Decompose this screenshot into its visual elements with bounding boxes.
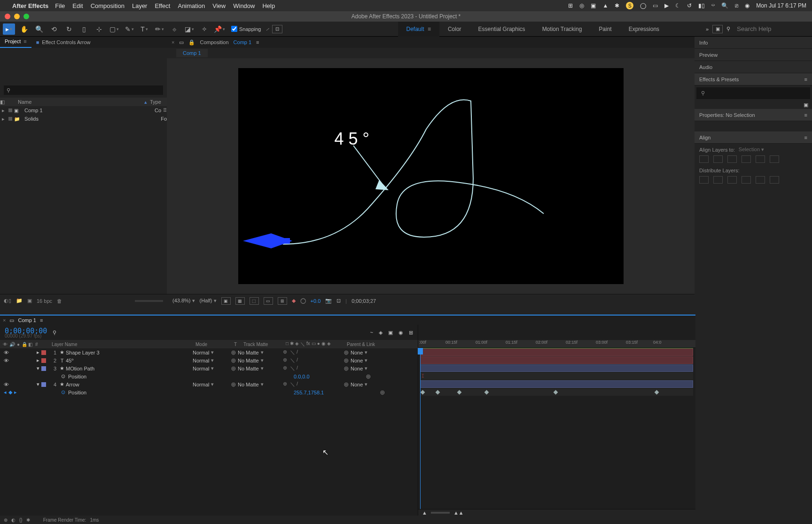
- resolution-dropdown[interactable]: (Half) ▾: [200, 298, 217, 304]
- time-machine-icon[interactable]: ↺: [687, 2, 692, 9]
- status-icon[interactable]: ▶: [664, 2, 669, 9]
- prev-keyframe-icon[interactable]: ◂: [4, 389, 7, 395]
- tab-options-icon[interactable]: ▭: [179, 39, 184, 46]
- project-tab[interactable]: Project≡: [0, 37, 31, 48]
- search-help-input[interactable]: [734, 24, 809, 34]
- toggle-icon[interactable]: ✱: [26, 517, 30, 523]
- name-column[interactable]: Name: [15, 99, 144, 105]
- tab-options-icon[interactable]: ▭: [9, 317, 14, 324]
- lock-column-icon[interactable]: 🔒: [22, 342, 27, 347]
- blend-mode-dropdown[interactable]: Normal▾: [193, 365, 231, 371]
- blend-mode-dropdown[interactable]: Normal▾: [193, 381, 231, 387]
- comp-subtab[interactable]: Comp 1: [176, 49, 208, 57]
- zoom-dropdown[interactable]: (43.8%) ▾: [172, 298, 195, 304]
- zoom-tool-icon[interactable]: 🔍: [33, 23, 45, 35]
- camera-tool-icon[interactable]: ▯: [78, 23, 90, 35]
- stopwatch-icon[interactable]: ⊙: [61, 373, 65, 379]
- track-matte-dropdown[interactable]: ◎ No Matte▾: [231, 381, 283, 387]
- add-keyframe-icon[interactable]: ◆: [8, 389, 12, 395]
- toggle-switches-icon[interactable]: ⊕: [4, 517, 8, 523]
- status-icon[interactable]: ▣: [591, 2, 596, 9]
- timeline-search-icon[interactable]: ⚲: [53, 330, 56, 336]
- eraser-tool-icon[interactable]: ◪▾: [183, 23, 195, 35]
- video-column-icon[interactable]: 👁: [3, 342, 8, 347]
- menu-animation[interactable]: Animation: [178, 2, 205, 9]
- text-tool-icon[interactable]: T▾: [138, 23, 150, 35]
- workspace-paint[interactable]: Paint: [590, 22, 620, 37]
- effects-presets-header[interactable]: Effects & Presets≡: [695, 73, 812, 85]
- show-snapshot-icon[interactable]: ⊡: [336, 298, 341, 304]
- visibility-toggle[interactable]: 👁: [3, 350, 9, 355]
- status-icon[interactable]: ◯: [640, 2, 646, 9]
- close-tab-icon[interactable]: ×: [172, 39, 174, 45]
- frame-blend-icon[interactable]: ▣: [388, 330, 393, 336]
- exposure-value[interactable]: +0.0: [311, 298, 321, 304]
- control-center-icon[interactable]: ⎚: [735, 2, 738, 9]
- audio-panel-header[interactable]: Audio: [695, 61, 812, 73]
- composition-viewer[interactable]: 45°: [167, 58, 695, 294]
- track-matte-dropdown[interactable]: ◎ No Matte▾: [231, 365, 283, 371]
- dist-icon[interactable]: [770, 176, 779, 184]
- solo-column-icon[interactable]: ●: [17, 342, 20, 347]
- wifi-icon[interactable]: ⌔: [711, 2, 715, 9]
- mode-column[interactable]: Mode: [195, 342, 234, 347]
- label-icon[interactable]: ⠿: [163, 108, 167, 114]
- shape-tool-icon[interactable]: ▢▾: [108, 23, 120, 35]
- orbit-tool-icon[interactable]: ⟲: [48, 23, 60, 35]
- review-icon[interactable]: ▣: [712, 25, 723, 33]
- layer-bar[interactable]: [420, 356, 693, 364]
- playhead[interactable]: [420, 348, 421, 509]
- track-matte-column[interactable]: Track Matte: [243, 342, 286, 347]
- keyframe-icon[interactable]: [436, 390, 440, 395]
- menu-layer[interactable]: Layer: [132, 2, 148, 9]
- track-matte-dropdown[interactable]: ◎ No Matte▾: [231, 349, 283, 355]
- layer-row[interactable]: 👁▸ 1 ★ Shape Layer 3 Normal▾ ◎ No Matte▾…: [0, 348, 418, 356]
- status-icon[interactable]: ▭: [653, 2, 658, 9]
- workspace-motion-tracking[interactable]: Motion Tracking: [534, 22, 591, 37]
- toggle-icon[interactable]: {}: [19, 517, 23, 523]
- new-bin-icon[interactable]: ▣: [695, 101, 812, 109]
- position-value[interactable]: 255.7,1758.1: [294, 390, 324, 395]
- clone-tool-icon[interactable]: ⟐: [168, 23, 180, 35]
- zoom-slider[interactable]: [431, 512, 450, 514]
- interpret-icon[interactable]: ◐▯: [4, 298, 11, 304]
- audio-column-icon[interactable]: 🔊: [9, 342, 15, 347]
- tag-column-icon[interactable]: ◧: [0, 99, 15, 105]
- fast-preview-icon[interactable]: ▣: [221, 297, 231, 305]
- zoom-out-icon[interactable]: ▲: [422, 510, 427, 516]
- layer-name-column[interactable]: Layer Name: [52, 342, 195, 347]
- overflow-icon[interactable]: »: [706, 26, 709, 32]
- brush-tool-icon[interactable]: ✏▾: [153, 23, 165, 35]
- dist-icon[interactable]: [756, 176, 765, 184]
- dist-icon[interactable]: [713, 176, 723, 184]
- layer-bar[interactable]: [420, 380, 693, 388]
- pen-tool-icon[interactable]: ✎▾: [123, 23, 135, 35]
- dist-icon[interactable]: [699, 176, 709, 184]
- preview-time[interactable]: 0;00;03;27: [351, 298, 376, 304]
- keyframe-icon[interactable]: [484, 390, 489, 395]
- battery-icon[interactable]: ▮▯: [698, 2, 705, 9]
- layer-name[interactable]: Arrow: [66, 382, 193, 387]
- layer-name[interactable]: MOtion Path: [66, 366, 193, 371]
- parent-dropdown[interactable]: ◎ None▾: [344, 349, 398, 355]
- snap-option-icon[interactable]: ⊡: [272, 25, 282, 33]
- parent-dropdown[interactable]: ◎ None▾: [344, 357, 398, 363]
- rotobrush-tool-icon[interactable]: ✧: [198, 23, 211, 35]
- label-swatch[interactable]: [41, 382, 46, 387]
- project-search[interactable]: ⚲: [4, 85, 163, 95]
- keyframe-icon[interactable]: [421, 390, 425, 395]
- rotate-tool-icon[interactable]: ↻: [63, 23, 75, 35]
- preview-panel-header[interactable]: Preview: [695, 49, 812, 61]
- status-icon[interactable]: ◎: [579, 2, 584, 9]
- keyframe-icon[interactable]: [655, 390, 659, 395]
- puppet-tool-icon[interactable]: 📌▾: [213, 23, 226, 35]
- visibility-toggle[interactable]: 👁: [3, 382, 9, 387]
- dist-icon[interactable]: [727, 176, 737, 184]
- status-icon[interactable]: ✱: [615, 2, 619, 9]
- app-menu[interactable]: After Effects: [12, 2, 48, 9]
- menubar-clock[interactable]: Mon Jul 17 6:17 PM: [756, 2, 806, 9]
- reset-exposure-icon[interactable]: ◯: [300, 298, 306, 304]
- snapping-toggle[interactable]: Snapping ⟋ ⊡: [231, 25, 282, 33]
- shy-icon[interactable]: ~: [370, 330, 373, 335]
- status-icon[interactable]: ▲: [602, 2, 608, 9]
